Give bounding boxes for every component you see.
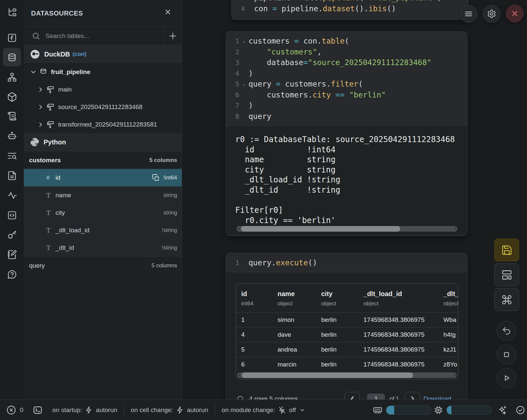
schema-icon <box>46 85 55 94</box>
rail-list-search[interactable] <box>0 146 24 165</box>
rail-bot[interactable] <box>0 126 24 145</box>
code-line[interactable]: 7) <box>226 100 467 111</box>
engine-row-duckdb[interactable]: DuckDB (con) <box>24 45 182 63</box>
rail-scroll[interactable] <box>0 106 24 126</box>
tree-item-source_202504291112283468[interactable]: source_202504291112283468 <box>24 98 182 116</box>
table-section-customers[interactable]: customers5 columns <box>24 151 182 169</box>
table-row[interactable]: 6marcinberlin1745968348.3806975z8Yo <box>236 357 458 372</box>
code-editor[interactable]: 1⌄customers = con.table(2 "customers",3 … <box>226 32 467 126</box>
close-panel-icon[interactable] <box>164 8 172 16</box>
column-row-_dlt_load_id[interactable]: T_dlt_load_id!string <box>24 221 182 239</box>
search-tables-row: Search tables... <box>24 27 182 45</box>
column-header-id[interactable]: idint64 <box>236 290 272 307</box>
rail-help[interactable] <box>0 265 24 284</box>
rail-scratchpad[interactable] <box>0 245 24 264</box>
code-editor[interactable]: 1query.execute() <box>226 253 467 272</box>
tree-item-fruit_pipeline[interactable]: fruit_pipeline <box>24 63 182 81</box>
code-line[interactable]: 3pipeline = dlt.pipeline("fruit_pipeline… <box>232 0 468 3</box>
copy-icon[interactable] <box>152 174 160 182</box>
fold-chevron-icon[interactable]: ⌄ <box>239 38 248 44</box>
notebook-menu-button[interactable] <box>460 5 477 23</box>
tree-item-main[interactable]: main <box>24 81 182 98</box>
table-row[interactable]: 4daveberlin1745968348.3806975h4tg <box>236 327 458 342</box>
code-line[interactable]: 4con = pipeline.dataset().ibis() <box>232 3 468 14</box>
layout-toggle-button[interactable] <box>494 263 519 286</box>
rail-package[interactable] <box>0 87 24 106</box>
chevron-right-icon[interactable] <box>37 103 44 111</box>
cell-execute[interactable]: 1query.execute() idint64nameobjectcityob… <box>226 253 468 414</box>
column-header-_dlt_load_id[interactable]: _dlt_load_idobject <box>358 290 438 307</box>
scroll-right-arrow[interactable]: ▸ <box>454 226 456 231</box>
code-line[interactable]: 3 database="source_202504291112283468" <box>226 57 467 68</box>
run-button[interactable] <box>497 368 516 388</box>
datasources-panel: DATASOURCES Search tables... DuckDB (con… <box>24 0 182 400</box>
column-header-name[interactable]: nameobject <box>272 290 316 307</box>
on-cell-change-setting[interactable]: on cell change: autorun <box>131 406 208 414</box>
table-row[interactable]: 5andreaberlin1745968348.3806975kzJ1 <box>236 342 458 357</box>
search-tables-input[interactable]: Search tables... <box>46 32 89 40</box>
datasources-header: DATASOURCES <box>24 0 182 27</box>
error-count: 0 <box>20 406 23 414</box>
fold-chevron-icon[interactable]: ⌄ <box>239 81 248 87</box>
table-horizontal-scrollbar[interactable]: ◂ ▸ <box>237 372 457 378</box>
rail-key[interactable] <box>0 225 24 244</box>
error-indicator[interactable]: 0 <box>6 405 23 415</box>
chevron-right-icon[interactable] <box>37 121 44 128</box>
scrollbar-thumb[interactable] <box>242 372 413 378</box>
code-line[interactable]: 1⌄customers = con.table( <box>226 36 467 47</box>
keyboard-shortcuts-button[interactable] <box>494 288 519 311</box>
schema-tree: fruit_pipelinemainsource_202504291112283… <box>24 63 182 133</box>
table-row[interactable]: 1simonberlin1745968348.3806975Wba <box>236 312 458 327</box>
interrupt-button[interactable] <box>497 345 516 364</box>
column-row-id[interactable]: #id!int64 <box>24 169 182 186</box>
string-type-icon: T <box>46 244 54 251</box>
chevron-right-icon[interactable] <box>37 86 44 93</box>
add-datasource-button[interactable] <box>168 31 178 41</box>
rail-file-tree[interactable] <box>0 3 24 22</box>
code-editor[interactable]: 3pipeline = dlt.pipeline("fruit_pipeline… <box>232 0 468 18</box>
on-module-change-setting[interactable]: on module change: off <box>222 406 305 414</box>
save-button[interactable] <box>494 239 519 261</box>
rail-function[interactable] <box>0 28 24 47</box>
shutdown-button[interactable] <box>506 5 524 22</box>
tree-item-transformed_202504291112283581[interactable]: transformed_202504291112283581 <box>24 116 182 133</box>
chevron-down-icon[interactable] <box>30 68 37 76</box>
schema-icon <box>46 103 55 111</box>
column-row-name[interactable]: Tnamestring <box>24 186 182 204</box>
connection-status-button[interactable] <box>515 405 525 415</box>
code-line[interactable]: 6 customers.city == "berlin" <box>226 90 467 100</box>
column-header-city[interactable]: cityobject <box>316 290 358 307</box>
cell-setup[interactable]: 3pipeline = dlt.pipeline("fruit_pipeline… <box>231 0 469 20</box>
column-header-_dlt_id[interactable]: _dlt_idobject <box>438 290 458 307</box>
code-line[interactable]: 1query.execute() <box>226 257 467 268</box>
column-row-city[interactable]: Tcitystring <box>24 204 182 221</box>
column-row-_dlt_id[interactable]: T_dlt_id!string <box>24 239 182 256</box>
ai-assistant-button[interactable] <box>497 405 507 415</box>
on-startup-setting[interactable]: on startup: autorun <box>53 406 117 414</box>
code-line[interactable]: 2 "customers", <box>226 47 467 57</box>
scroll-left-arrow[interactable]: ◂ <box>238 373 240 377</box>
rail-database[interactable] <box>0 48 24 67</box>
rail-code-square[interactable] <box>0 206 24 225</box>
undo-button[interactable] <box>497 321 516 341</box>
horizontal-scrollbar[interactable]: ◂ ▸ <box>237 226 457 232</box>
terminal-button[interactable] <box>33 405 43 415</box>
engine-row-python[interactable]: Python <box>24 133 182 151</box>
scroll-left-arrow[interactable]: ◂ <box>238 226 240 231</box>
settings-button[interactable] <box>483 5 501 23</box>
rail-document[interactable] <box>0 166 24 185</box>
code-line[interactable]: 8query <box>226 111 467 122</box>
code-line[interactable]: 5⌄query = customers.filter( <box>226 79 467 90</box>
table-section-query[interactable]: query5 columns <box>24 256 182 274</box>
scrollbar-thumb[interactable] <box>241 226 400 232</box>
rail-activity[interactable] <box>0 186 24 205</box>
divider <box>124 403 124 417</box>
code-line[interactable]: 4) <box>226 68 467 79</box>
string-type-icon: T <box>46 227 54 234</box>
marimo-app: DATASOURCES Search tables... DuckDB (con… <box>0 0 527 420</box>
cell-query[interactable]: 1⌄customers = con.table(2 "customers",3 … <box>226 31 468 236</box>
scroll-right-arrow[interactable]: ▸ <box>454 373 456 377</box>
rail-network[interactable] <box>0 67 24 87</box>
search-icon <box>32 32 40 40</box>
ram-icon <box>373 405 383 415</box>
